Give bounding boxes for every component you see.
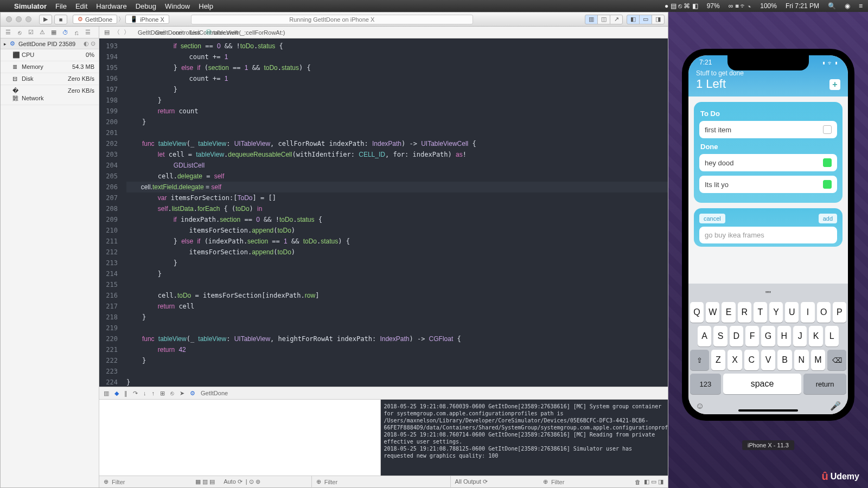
location-icon[interactable]: ➤	[180, 390, 184, 397]
stop-button[interactable]: ■	[54, 15, 67, 24]
key-r[interactable]: R	[738, 302, 751, 323]
keyboard-suggestion[interactable]: ""	[690, 286, 846, 302]
scheme-selector[interactable]: ⚙GetItDone	[73, 15, 117, 24]
siri-icon[interactable]: ◉	[845, 2, 850, 10]
code-content[interactable]: if section == 0 && !toDo.status { count …	[122, 38, 668, 387]
variables-filter[interactable]	[112, 479, 187, 485]
source-editor[interactable]: 193 194 195 196 197 198 199 200 201 202 …	[99, 38, 668, 387]
key-u[interactable]: U	[785, 302, 799, 323]
close-icon[interactable]	[6, 16, 12, 22]
done-item[interactable]: Its lit yo	[699, 176, 837, 193]
toggle-debug-button[interactable]: ▭	[639, 15, 652, 24]
filter-icon[interactable]: ⊕	[543, 478, 548, 485]
menu-file[interactable]: File	[55, 2, 67, 10]
key-s[interactable]: S	[713, 326, 727, 346]
trash-icon[interactable]: 🗑	[635, 479, 641, 485]
pause-button[interactable]: ‖	[124, 390, 127, 397]
gauge-cpu[interactable]: ⬛ CPU0%	[1, 49, 99, 61]
add-button[interactable]: +	[829, 79, 840, 90]
checkbox-done-icon[interactable]	[823, 158, 832, 167]
menu-hardware[interactable]: Hardware	[96, 2, 126, 10]
todo-item[interactable]: first item	[699, 121, 837, 138]
key-k[interactable]: K	[809, 326, 822, 346]
key-w[interactable]: W	[706, 302, 719, 323]
memory-graph-icon[interactable]: ⎋	[170, 390, 174, 396]
console-output[interactable]: 2018-05-25 19:21:08.760039-0600 GetItDon…	[381, 400, 668, 476]
zoom-icon[interactable]	[25, 16, 31, 22]
key-v[interactable]: V	[761, 350, 776, 370]
key-c[interactable]: C	[744, 350, 759, 370]
menu-edit[interactable]: Edit	[75, 2, 87, 10]
key-t[interactable]: T	[754, 302, 767, 323]
key-i[interactable]: I	[801, 302, 814, 323]
debug-target[interactable]: GetItDone	[201, 390, 228, 396]
variables-view[interactable]	[99, 400, 381, 476]
navigator-selector[interactable]: ☰⎋☑⚠▦⏱⎌☰	[1, 27, 99, 38]
step-out-icon[interactable]: ↑	[152, 390, 155, 396]
filter-icon[interactable]: ⊕	[104, 478, 108, 485]
menu-window[interactable]: Window	[165, 2, 190, 10]
step-over-icon[interactable]: ↷	[133, 390, 138, 397]
run-button[interactable]: ▶	[39, 15, 52, 24]
key-j[interactable]: J	[793, 326, 807, 346]
debug-view-icon[interactable]: ⊞	[160, 390, 165, 397]
key-l[interactable]: L	[825, 326, 839, 346]
standard-editor-button[interactable]: ▥	[585, 15, 598, 24]
auto-toggle[interactable]: Auto ⟳	[224, 478, 242, 485]
gauge-memory[interactable]: ≣ Memory54.3 MB	[1, 61, 99, 73]
version-editor-button[interactable]: ↗	[610, 15, 623, 24]
key-g[interactable]: G	[761, 326, 775, 346]
minimize-icon[interactable]	[16, 16, 22, 22]
key-z[interactable]: Z	[711, 350, 726, 370]
checkbox-done-icon[interactable]	[823, 180, 832, 189]
menu-debug[interactable]: Debug	[136, 2, 156, 10]
ios-keyboard[interactable]: "" QWERTYUIOP ASDFGHJKL ⇧ZXCVBNM⌫ 123 sp…	[688, 284, 848, 414]
destination-selector[interactable]: 📱iPhone X	[125, 15, 169, 24]
key-o[interactable]: O	[817, 302, 831, 323]
menu-help[interactable]: Help	[199, 2, 213, 10]
key-y[interactable]: Y	[769, 302, 783, 323]
forward-button[interactable]: 〉	[123, 28, 130, 36]
jump-bar[interactable]: GetItDone〉 GetItDone〉 controllers〉 ListC…	[133, 28, 663, 36]
key-a[interactable]: A	[698, 326, 711, 346]
checkbox-icon[interactable]	[823, 125, 832, 134]
key-f[interactable]: F	[745, 326, 759, 346]
step-into-icon[interactable]: ↓	[143, 390, 146, 396]
new-item-input[interactable]: go buy ikea frames	[699, 227, 837, 243]
key-d[interactable]: D	[730, 326, 743, 346]
back-button[interactable]: 〈	[113, 28, 120, 36]
key-q[interactable]: Q	[690, 302, 704, 323]
gauge-disk[interactable]: ⊟ DiskZero KB/s	[1, 73, 99, 85]
key-numbers[interactable]: 123	[690, 374, 721, 394]
gauge-network[interactable]: �難 NetworkZero KB/s	[1, 85, 99, 105]
emoji-icon[interactable]: ☺	[695, 401, 704, 411]
key-⇧[interactable]: ⇧	[690, 350, 709, 370]
process-header[interactable]: ▸ ⚙ GetItDone PID 23589 ◐ ⊙	[1, 38, 99, 49]
filter-icon[interactable]: ⊕	[316, 478, 321, 485]
console-filter-left[interactable]	[324, 479, 399, 485]
related-items-icon[interactable]: ▤	[104, 29, 110, 36]
console-filter[interactable]	[551, 479, 626, 485]
notification-center-icon[interactable]: ≡	[859, 2, 863, 10]
spotlight-icon[interactable]: 🔍	[828, 2, 836, 10]
key-e[interactable]: E	[722, 302, 735, 323]
key-⌫[interactable]: ⌫	[827, 350, 846, 370]
cancel-button[interactable]: cancel	[699, 214, 725, 223]
home-indicator[interactable]	[738, 409, 798, 412]
assistant-editor-button[interactable]: ◫	[597, 15, 610, 24]
output-scope[interactable]: All Output ⟳	[455, 478, 488, 485]
key-x[interactable]: X	[727, 350, 742, 370]
toggle-navigator-button[interactable]: ◧	[627, 15, 640, 24]
key-return[interactable]: return	[803, 374, 846, 394]
toggle-utilities-button[interactable]: ◨	[652, 15, 665, 24]
key-m[interactable]: M	[811, 350, 826, 370]
breakpoint-toggle-icon[interactable]: ◆	[114, 390, 119, 397]
key-b[interactable]: B	[777, 350, 792, 370]
window-traffic-lights[interactable]	[1, 16, 37, 22]
key-h[interactable]: H	[777, 326, 791, 346]
key-p[interactable]: P	[833, 302, 846, 323]
dictation-icon[interactable]: 🎤	[830, 401, 841, 411]
add-confirm-button[interactable]: add	[819, 214, 837, 223]
key-n[interactable]: N	[794, 350, 809, 370]
hide-debug-icon[interactable]: ▥	[104, 390, 109, 397]
